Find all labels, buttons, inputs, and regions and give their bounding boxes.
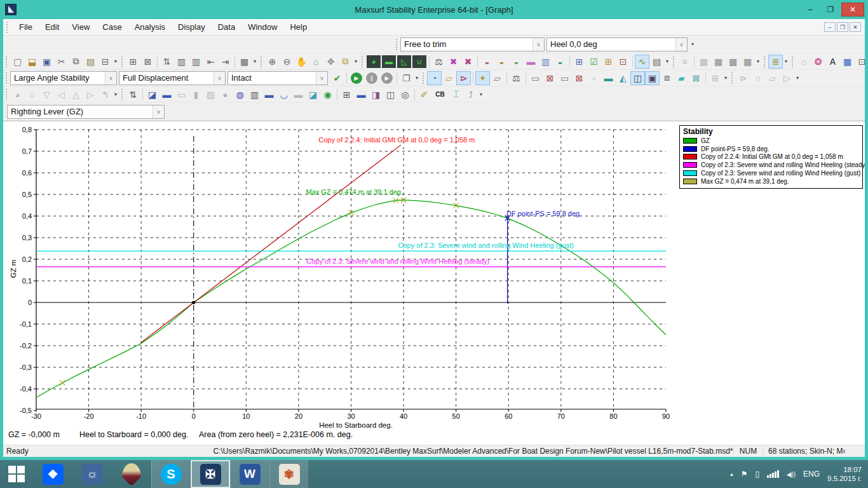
compartment-button[interactable]: ▬ (524, 55, 538, 69)
menu-data[interactable]: Data (212, 20, 241, 35)
menu-display[interactable]: Display (172, 20, 212, 35)
view-nofill-button[interactable]: ⊠ (689, 71, 703, 85)
clock[interactable]: 18:07 9.5.2015 г. (827, 465, 862, 483)
close-button[interactable]: ✕ (841, 3, 864, 17)
maxsurf-modeler-icon[interactable] (112, 460, 151, 488)
graph-window-button[interactable]: ∿ (635, 55, 649, 69)
results-window-button[interactable]: ☑ (587, 55, 601, 69)
copy-button[interactable]: ⧉ (69, 55, 83, 69)
balance-button[interactable]: ⚖ (509, 71, 524, 85)
equations-button[interactable]: ≡ (677, 55, 692, 69)
move-column-right-button[interactable]: ⇥ (218, 55, 233, 69)
combo-dropdown-icon[interactable]: ∨ (214, 72, 225, 85)
criteria-results-button-dropdown-icon[interactable]: ▾ (783, 58, 789, 64)
tank-add-button[interactable]: ◒ (509, 55, 524, 69)
render-flat-button[interactable]: ▱ (442, 71, 456, 85)
criteria-window-button[interactable]: ⊡ (616, 55, 630, 69)
hull-outside-button[interactable]: ▭ (528, 71, 543, 85)
key-point-button[interactable]: ▥ (538, 55, 553, 69)
battery-icon[interactable]: ▯ (756, 470, 760, 478)
draft-marks-button[interactable]: ⌶ (449, 88, 463, 102)
displacement-combo[interactable]: Full Displacement∨ (119, 71, 226, 85)
render-mode-7-button-dropdown-icon[interactable]: ▾ (112, 92, 119, 97)
render-mode-7-button[interactable]: ↰ (98, 88, 112, 102)
hull-wire-x-button[interactable]: ⊠ (572, 71, 587, 85)
network-icon[interactable] (767, 470, 779, 478)
hull-ghost-button[interactable]: ▫ (587, 71, 601, 85)
load-ship-button[interactable]: ▬ (262, 88, 276, 102)
start-analysis-button[interactable]: ▶ (351, 72, 362, 84)
maxsurf-stability-icon[interactable]: ✠ (191, 460, 230, 488)
view-full-button[interactable]: ▣ (645, 71, 660, 85)
render-mode-4-button[interactable]: ◁ (54, 88, 69, 102)
window-arrange-button[interactable]: ❐ (399, 71, 414, 85)
font-button[interactable]: A (825, 55, 840, 69)
paste-button[interactable]: ▤ (83, 55, 98, 69)
delete-row-button[interactable]: ⊠ (140, 55, 155, 69)
specified-condition-button[interactable]: ⇅ (126, 88, 140, 102)
hull-net-button[interactable]: ◭ (616, 71, 630, 85)
input-window-button[interactable]: ⊞ (572, 55, 587, 69)
graph-type-combo[interactable]: Righting Lever (GZ) ∨ (7, 105, 165, 119)
save-button[interactable]: ▣ (39, 55, 54, 69)
menu-window[interactable]: Window (241, 20, 283, 35)
open-file-button[interactable]: ⬓ (25, 55, 39, 69)
move-column-left-button[interactable]: ⇤ (203, 55, 218, 69)
render-mode-6-button[interactable]: ▷ (83, 88, 98, 102)
new-file-button[interactable]: ▢ (10, 55, 25, 69)
trim-mode-combo[interactable]: Free to trim ∨ (400, 37, 545, 51)
table-options-button[interactable]: ▦ (237, 55, 252, 69)
mdi-close-button[interactable]: ✕ (850, 22, 861, 32)
rotate-view-button[interactable]: ✥ (323, 55, 338, 69)
render-mode-3-button[interactable]: ▽ (39, 88, 54, 102)
paint-icon[interactable]: ✾ (269, 460, 309, 488)
permeability-button[interactable]: ◨ (369, 88, 383, 102)
folder-button[interactable]: ▬ (291, 88, 306, 102)
density-table-button[interactable]: ⊞ (339, 88, 354, 102)
render-quarter-button[interactable]: ◔ (427, 71, 442, 85)
combo-dropdown-icon[interactable]: ∨ (675, 38, 687, 51)
report-window-button[interactable]: ▤ (649, 55, 664, 69)
table-options-button-dropdown-icon[interactable]: ▾ (252, 58, 258, 64)
waterline-set-button[interactable]: ▬ (354, 88, 369, 102)
zoom-extents-button[interactable]: ⌂ (309, 55, 323, 69)
heel-button[interactable]: ◪ (145, 88, 159, 102)
home-button[interactable]: ⌂ (796, 55, 811, 69)
print-button-dropdown-icon[interactable]: ▾ (112, 58, 119, 64)
grid-medium-button[interactable]: ▦ (711, 55, 726, 69)
render-mode-2-button[interactable]: ○ (25, 88, 39, 102)
hull-wire-button[interactable]: ▭ (557, 71, 572, 85)
pane-layout-button-dropdown-icon[interactable]: ▾ (722, 75, 729, 81)
skype-icon[interactable]: S (151, 460, 191, 488)
assembly-tree-button[interactable]: ⧉ (338, 55, 353, 69)
grid-coarse-button[interactable]: ▩ (696, 55, 711, 69)
curve-circle-button[interactable]: ○ (750, 71, 765, 85)
curve-flip-button-dropdown-icon[interactable]: ▾ (794, 75, 801, 81)
grid-options-button[interactable]: ▦ (740, 55, 755, 69)
mdi-restore-button[interactable]: ❐ (837, 22, 848, 32)
float-ship-button[interactable]: ◡ (276, 88, 291, 102)
tank-fluid-button[interactable]: ◒ (480, 55, 494, 69)
action-center-flag-icon[interactable]: ⚑ (741, 470, 748, 478)
pause-analysis-button[interactable]: ∥ (366, 72, 377, 84)
view-half-button[interactable]: ◫ (630, 71, 645, 85)
view-filled-button[interactable]: ▰ (674, 71, 689, 85)
render-mode-5-button[interactable]: △ (69, 88, 83, 102)
fsm-button[interactable]: ◫ (383, 88, 398, 102)
curve-fair-button[interactable]: ⊳ (736, 71, 750, 85)
grid-options-button-dropdown-icon[interactable]: ▾ (755, 58, 761, 64)
delete-loadcase-button[interactable]: ✖ (446, 55, 461, 69)
toolbar-overflow-icon[interactable]: ▾ (689, 41, 696, 47)
tray-expand-icon[interactable]: ▴ (730, 471, 733, 477)
report-window-button-dropdown-icon[interactable]: ▾ (664, 58, 670, 64)
cb-symbol-button[interactable]: CB (431, 88, 449, 102)
resume-analysis-button[interactable]: ▶ (381, 72, 393, 84)
volume-icon[interactable]: ◀)) (787, 471, 796, 478)
view-body-button[interactable]: ∪ (412, 55, 426, 68)
combo-dropdown-icon[interactable]: ∨ (105, 72, 116, 85)
wave-ship-button[interactable]: ◪ (306, 88, 320, 102)
display-settings-icon[interactable]: ☼ (72, 460, 112, 488)
insert-row-button[interactable]: ⊞ (126, 55, 140, 69)
curve-trim-button[interactable]: ▱ (765, 71, 780, 85)
view-perspective-button[interactable]: ◕ (367, 55, 381, 68)
